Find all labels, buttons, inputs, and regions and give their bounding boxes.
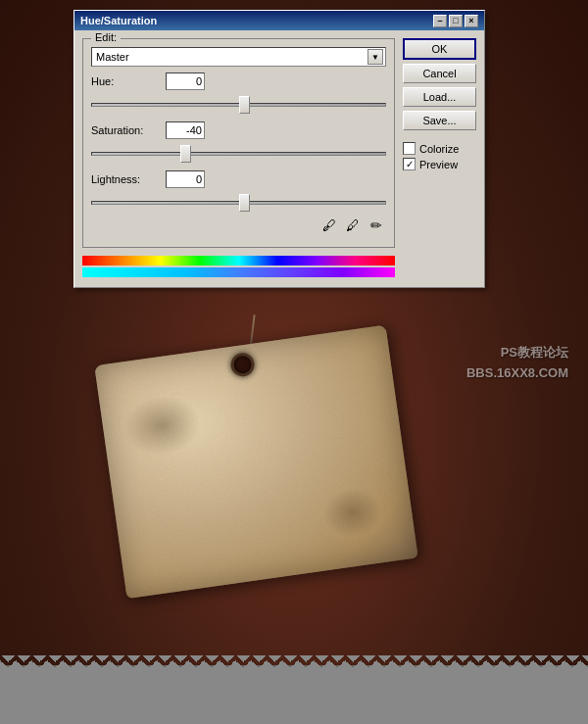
paper-tag bbox=[80, 292, 449, 610]
watermark-line1: PS教程论坛 bbox=[466, 343, 568, 363]
saturation-slider-track bbox=[91, 152, 386, 156]
preview-label: Preview bbox=[419, 159, 458, 170]
hue-slider-track bbox=[91, 103, 386, 107]
hue-saturation-dialog: Hue/Saturation – □ × Edit: M bbox=[74, 10, 485, 288]
lightness-value-input[interactable]: 0 bbox=[166, 170, 205, 188]
eyedropper-button[interactable]: 🖋 bbox=[319, 216, 339, 235]
titlebar: Hue/Saturation – □ × bbox=[74, 11, 484, 30]
watermark: PS教程论坛 BBS.16XX8.COM bbox=[466, 343, 568, 384]
saturation-slider-thumb[interactable] bbox=[180, 145, 191, 163]
dropdown-arrow-icon: ▼ bbox=[368, 49, 383, 65]
maximize-button[interactable]: □ bbox=[449, 15, 463, 27]
saturation-label: Saturation: bbox=[91, 124, 160, 136]
save-button[interactable]: Save... bbox=[403, 111, 476, 130]
tag-body bbox=[94, 325, 417, 599]
lightness-row: Lightness: 0 bbox=[91, 170, 386, 188]
saturation-value-input[interactable]: -40 bbox=[166, 121, 205, 139]
dialog-wrapper: Hue/Saturation – □ × Edit: M bbox=[74, 10, 485, 288]
hue-label: Hue: bbox=[91, 75, 160, 87]
eyedropper-add-button[interactable]: 🖊 bbox=[343, 216, 363, 235]
dialog-title: Hue/Saturation bbox=[80, 15, 157, 26]
preview-checkbox[interactable]: ✓ bbox=[403, 158, 416, 170]
edit-dropdown-value: Master bbox=[96, 51, 129, 63]
load-button[interactable]: Load... bbox=[403, 87, 476, 107]
watermark-line2: BBS.16XX8.COM bbox=[466, 363, 568, 384]
tag-stain2 bbox=[319, 484, 384, 541]
preview-row: ✓ Preview bbox=[403, 158, 476, 170]
eyedroppers-row: 🖋 🖊 ✏ bbox=[91, 216, 386, 235]
tag-stain1 bbox=[120, 391, 206, 460]
dialog-content: Edit: Master ▼ Hue: 0 bbox=[74, 30, 484, 287]
colorize-row: Colorize bbox=[403, 142, 476, 155]
titlebar-buttons: – □ × bbox=[433, 15, 478, 27]
lightness-slider-track-container[interactable] bbox=[91, 194, 386, 212]
zigzag-border bbox=[0, 655, 588, 667]
hue-slider-track-container[interactable] bbox=[91, 96, 386, 114]
edit-dropdown-row: Master ▼ bbox=[91, 47, 386, 67]
hue-value-input[interactable]: 0 bbox=[166, 72, 205, 90]
saturation-row: Saturation: -40 bbox=[91, 121, 386, 139]
cancel-button[interactable]: Cancel bbox=[403, 64, 476, 83]
tag-hole bbox=[229, 352, 256, 378]
bottom-strip bbox=[0, 665, 588, 724]
edit-group: Edit: Master ▼ Hue: 0 bbox=[82, 38, 395, 248]
dialog-main: Edit: Master ▼ Hue: 0 bbox=[82, 38, 395, 279]
lightness-label: Lightness: bbox=[91, 173, 160, 185]
output-color-bar bbox=[82, 267, 395, 277]
close-button[interactable]: × bbox=[465, 15, 478, 27]
edit-dropdown[interactable]: Master ▼ bbox=[91, 47, 386, 67]
hue-slider-thumb[interactable] bbox=[239, 96, 250, 114]
minimize-button[interactable]: – bbox=[433, 15, 447, 27]
lightness-slider-track bbox=[91, 201, 386, 205]
dialog-buttons-panel: OK Cancel Load... Save... Colorize ✓ Pre… bbox=[403, 38, 476, 279]
edit-group-label: Edit: bbox=[91, 31, 121, 43]
saturation-slider-track-container[interactable] bbox=[91, 145, 386, 163]
eyedropper-subtract-button[interactable]: ✏ bbox=[367, 216, 386, 235]
ok-button[interactable]: OK bbox=[403, 38, 476, 60]
lightness-slider-thumb[interactable] bbox=[239, 194, 250, 212]
color-bars bbox=[82, 256, 395, 277]
hue-row: Hue: 0 bbox=[91, 72, 386, 90]
colorize-label: Colorize bbox=[419, 143, 459, 155]
colorize-checkbox[interactable] bbox=[403, 142, 416, 155]
checkboxes-area: Colorize ✓ Preview bbox=[403, 142, 476, 173]
rainbow-color-bar bbox=[82, 256, 395, 265]
